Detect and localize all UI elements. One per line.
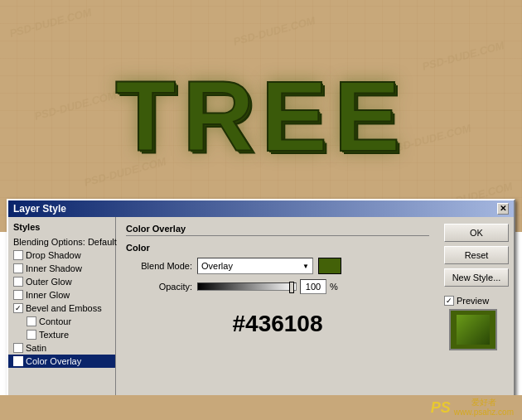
ps-badge: PS 爱好者 www.psahz.com	[431, 398, 514, 418]
satin-checkbox[interactable]	[13, 343, 23, 353]
opacity-value-input[interactable]: 100	[300, 279, 326, 294]
center-panel: Color Overlay Color Blend Mode: Overlay …	[116, 217, 439, 413]
styles-item-bevel[interactable]: Bevel and Emboss	[8, 302, 115, 315]
close-button[interactable]: ✕	[497, 203, 509, 215]
styles-item-drop-shadow[interactable]: Drop Shadow	[8, 249, 115, 262]
dialog-title: Layer Style	[13, 203, 66, 215]
watermark-1: PSD-DUDE.COM	[8, 6, 93, 40]
blend-mode-select[interactable]: Overlay ▼	[197, 258, 313, 274]
blend-mode-label: Blend Mode:	[126, 261, 192, 271]
styles-item-outer-glow[interactable]: Outer Glow	[8, 275, 115, 288]
blend-mode-row: Blend Mode: Overlay ▼	[126, 258, 429, 274]
satin-label: Satin	[26, 343, 46, 353]
slider-thumb	[289, 282, 294, 293]
styles-item-inner-glow[interactable]: Inner Glow	[8, 288, 115, 302]
opacity-unit: %	[330, 282, 338, 292]
reset-button[interactable]: Reset	[444, 246, 509, 264]
color-overlay-checkbox[interactable]	[13, 356, 23, 366]
styles-panel: Styles Blending Options: Default Drop Sh…	[8, 217, 116, 413]
section-title: Color Overlay	[126, 224, 429, 236]
opacity-label: Opacity:	[126, 282, 192, 292]
outer-glow-checkbox[interactable]	[13, 277, 23, 287]
canvas-area: PSD-DUDE.COM PSD-DUDE.COM PSD-DUDE.COM P…	[0, 0, 522, 232]
bevel-checkbox[interactable]	[13, 303, 23, 313]
styles-item-color-overlay[interactable]: Color Overlay	[8, 355, 115, 368]
dialog-body: Styles Blending Options: Default Drop Sh…	[8, 217, 514, 413]
opacity-row: Opacity: 100 %	[126, 279, 429, 294]
contour-label: Contour	[39, 316, 71, 326]
watermark-3: PSD-DUDE.COM	[33, 89, 118, 123]
preview-text: Preview	[457, 296, 489, 306]
watermark-2: PSD-DUDE.COM	[421, 39, 505, 73]
outer-glow-label: Outer Glow	[26, 277, 72, 287]
bottom-bar: PS 爱好者 www.psahz.com	[0, 395, 522, 420]
preview-label: Preview	[444, 296, 489, 306]
ok-button[interactable]: OK	[444, 224, 509, 242]
texture-label: Texture	[39, 330, 69, 340]
new-style-button[interactable]: New Style...	[444, 268, 509, 287]
hex-display: #436108	[126, 311, 429, 337]
preview-box	[449, 309, 497, 350]
styles-item-inner-shadow[interactable]: Inner Shadow	[8, 262, 115, 275]
preview-inner	[457, 315, 490, 345]
opacity-slider-container: 100 %	[197, 279, 338, 294]
blending-label: Blending Options: Default	[13, 237, 117, 247]
inner-shadow-label: Inner Shadow	[26, 263, 82, 273]
bevel-label: Bevel and Emboss	[26, 303, 102, 313]
drop-shadow-checkbox[interactable]	[13, 250, 23, 260]
layer-style-dialog: Layer Style ✕ Styles Blending Options: D…	[7, 199, 515, 414]
inner-glow-label: Inner Glow	[26, 290, 70, 300]
styles-header: Styles	[8, 220, 115, 235]
blend-mode-value: Overlay	[201, 261, 233, 271]
styles-item-satin[interactable]: Satin	[8, 341, 115, 355]
inner-glow-checkbox[interactable]	[13, 290, 23, 300]
tree-text: TREE	[115, 59, 407, 173]
styles-item-blending[interactable]: Blending Options: Default	[8, 235, 115, 249]
styles-item-texture[interactable]: Texture	[8, 328, 115, 341]
ps-sub-text: 爱好者 www.psahz.com	[454, 398, 514, 418]
right-panel: OK Reset New Style... Preview	[439, 217, 514, 413]
color-swatch[interactable]	[318, 258, 341, 274]
blend-mode-arrow: ▼	[302, 263, 309, 270]
inner-shadow-checkbox[interactable]	[13, 263, 23, 273]
contour-checkbox[interactable]	[27, 316, 36, 326]
ps-logo: PS	[431, 399, 451, 417]
color-label: Color	[126, 243, 429, 253]
texture-checkbox[interactable]	[27, 330, 36, 340]
preview-checkbox[interactable]	[444, 296, 454, 306]
color-overlay-label: Color Overlay	[26, 356, 81, 366]
opacity-slider[interactable]	[197, 282, 297, 291]
preview-section: Preview	[444, 296, 509, 350]
dialog-titlebar: Layer Style ✕	[8, 200, 514, 217]
drop-shadow-label: Drop Shadow	[26, 250, 81, 260]
watermark-6: PSD-DUDE.COM	[232, 14, 317, 48]
styles-item-contour[interactable]: Contour	[8, 315, 115, 328]
